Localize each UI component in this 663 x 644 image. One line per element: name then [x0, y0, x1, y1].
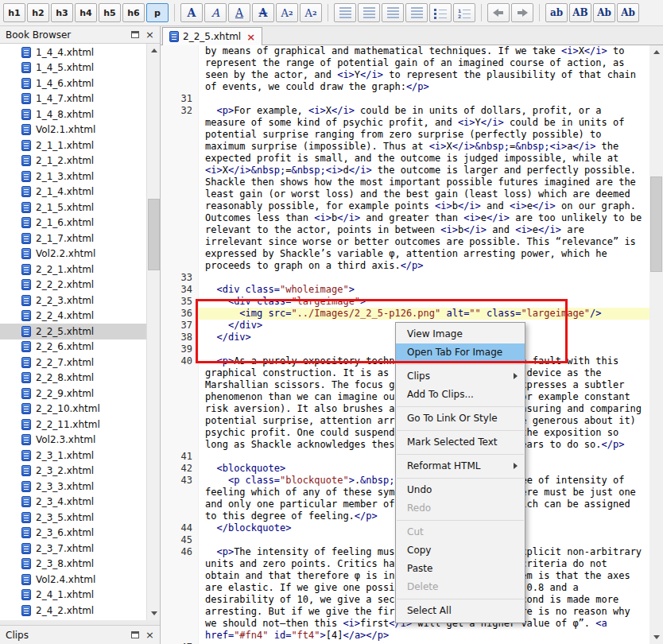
file-item[interactable]: 2_4_2.xhtml: [0, 603, 146, 619]
file-item[interactable]: 2_3_3.xhtml: [0, 479, 146, 495]
file-item[interactable]: 2_1_5.xhtml: [0, 200, 146, 215]
style-button-underline[interactable]: A: [228, 3, 250, 22]
file-item[interactable]: Vol2.1.xhtml: [0, 122, 146, 138]
menu-item-undo[interactable]: Undo: [396, 481, 525, 499]
file-item[interactable]: 2_1_6.xhtml: [0, 215, 146, 231]
sigil-window: h1h2h3h4h5h6p AAAAA2A2 abABAbAb Book Bro…: [0, 0, 663, 644]
align-justify-button[interactable]: [405, 3, 428, 22]
file-item[interactable]: 2_1_7.xhtml: [0, 231, 146, 246]
tab-close-icon[interactable]: ×: [246, 32, 255, 42]
file-item[interactable]: 2_1_3.xhtml: [0, 169, 146, 184]
style-button-strikethrough[interactable]: A: [252, 3, 274, 22]
file-item[interactable]: Vol2.2.xhtml: [0, 246, 146, 262]
sidebar-scrollbar[interactable]: [146, 44, 160, 620]
menu-item-select-all[interactable]: Select All: [396, 602, 525, 620]
tab-2-2-5-xhtml[interactable]: 2_2_5.xhtml ×: [162, 27, 262, 45]
file-item[interactable]: 2_3_7.xhtml: [0, 541, 146, 557]
uppercase-button[interactable]: AB: [569, 3, 591, 22]
heading-button-h6[interactable]: h6: [122, 3, 145, 22]
file-item[interactable]: 2_1_1.xhtml: [0, 138, 146, 153]
heading-button-h5[interactable]: h5: [99, 3, 121, 22]
file-item[interactable]: 2_3_5.xhtml: [0, 510, 146, 526]
align-right-button[interactable]: [382, 3, 404, 22]
heading-button-h3[interactable]: h3: [51, 3, 73, 22]
close-panel-icon[interactable]: ×: [145, 630, 154, 640]
file-item[interactable]: 2_2_4.xhtml: [0, 308, 146, 324]
menu-item-view-image[interactable]: View Image: [396, 325, 525, 343]
file-item[interactable]: 2_3_2.xhtml: [0, 464, 146, 479]
code-line[interactable]: 34 <div class="wholeimage">: [161, 284, 649, 296]
scrollbar-thumb[interactable]: [148, 199, 160, 270]
file-item[interactable]: 1_4_7.xhtml: [0, 91, 146, 107]
code-line[interactable]: 32 <p>For example, <i>X</i> could be in …: [161, 105, 649, 272]
menu-item-cut[interactable]: Cut: [396, 523, 525, 541]
style-button-superscript[interactable]: A2: [300, 3, 322, 22]
menu-item-open-tab-for-image[interactable]: Open Tab For Image: [396, 343, 525, 362]
numbered-list-button[interactable]: [453, 3, 475, 22]
file-item[interactable]: 2_2_8.xhtml: [0, 370, 146, 386]
menu-item-go-to-link-or-style[interactable]: Go To Link Or Style: [396, 409, 525, 428]
file-item[interactable]: 2_2_2.xhtml: [0, 277, 146, 293]
file-item[interactable]: Vol2.4.xhtml: [0, 572, 146, 588]
style-button-subscript[interactable]: A2: [276, 3, 298, 22]
menu-item-copy[interactable]: Copy: [396, 541, 525, 560]
editor-scrollbar[interactable]: [649, 45, 663, 644]
file-item[interactable]: 2_2_10.xhtml: [0, 402, 146, 417]
heading-button-p[interactable]: p: [146, 3, 169, 22]
menu-item-redo[interactable]: Redo: [396, 499, 525, 518]
code-line[interactable]: 31: [161, 93, 649, 105]
file-item[interactable]: 2_2_5.xhtml: [0, 324, 146, 339]
menu-item-paste[interactable]: Paste: [396, 560, 525, 578]
file-item[interactable]: 2_2_9.xhtml: [0, 386, 146, 402]
float-panel-icon[interactable]: [131, 631, 139, 638]
code-line[interactable]: 33: [161, 272, 649, 284]
style-button-bold[interactable]: A: [180, 3, 203, 22]
bullet-list-button[interactable]: [429, 3, 452, 22]
file-item[interactable]: 1_4_6.xhtml: [0, 76, 146, 91]
file-item[interactable]: 2_3_1.xhtml: [0, 448, 146, 464]
file-item[interactable]: 2_3_6.xhtml: [0, 526, 146, 541]
heading-button-h2[interactable]: h2: [27, 3, 49, 22]
file-item[interactable]: 2_4_1.xhtml: [0, 588, 146, 603]
arrow-right-button[interactable]: [511, 3, 533, 22]
arrow-left-button[interactable]: [487, 3, 510, 22]
menu-item-clips[interactable]: Clips: [396, 367, 525, 386]
titlecase-button[interactable]: Ab: [617, 3, 639, 22]
xhtml-file-icon: [21, 155, 31, 166]
align-left-button[interactable]: [334, 3, 356, 22]
file-item[interactable]: 2_2_6.xhtml: [0, 339, 146, 355]
scrollbar-thumb[interactable]: [650, 177, 662, 272]
file-item[interactable]: 1_4_4.xhtml: [0, 45, 146, 60]
file-item[interactable]: 2_1_2.xhtml: [0, 153, 146, 169]
file-item[interactable]: 2_1_4.xhtml: [0, 184, 146, 200]
float-panel-icon[interactable]: [131, 31, 139, 38]
file-item[interactable]: 2_2_7.xhtml: [0, 355, 146, 370]
scroll-up-button[interactable]: [147, 44, 160, 57]
file-item[interactable]: 2_3_8.xhtml: [0, 557, 146, 572]
file-item[interactable]: 1_4_5.xhtml: [0, 60, 146, 76]
style-button-italic[interactable]: A: [204, 3, 227, 22]
menu-item-delete[interactable]: Delete: [396, 578, 525, 596]
heading-button-h4[interactable]: h4: [75, 3, 97, 22]
scroll-down-button[interactable]: [649, 630, 663, 644]
file-item[interactable]: 1_4_8.xhtml: [0, 107, 146, 122]
code-line[interactable]: 36 <img src="../Images/2_2_5-p126.png" a…: [161, 308, 649, 320]
heading-button-h1[interactable]: h1: [3, 3, 25, 22]
menu-item-add-to-clips[interactable]: Add To Clips...: [396, 386, 525, 404]
file-item[interactable]: 2_3_4.xhtml: [0, 495, 146, 510]
xhtml-file-icon: [21, 93, 31, 104]
scroll-down-button[interactable]: [147, 607, 160, 620]
align-center-button[interactable]: [358, 3, 380, 22]
file-item[interactable]: 2_2_1.xhtml: [0, 262, 146, 277]
menu-item-mark-selected-text[interactable]: Mark Selected Text: [396, 433, 525, 452]
code-line[interactable]: 35 <div class="largeimage">: [161, 296, 649, 308]
capitalize-button[interactable]: Ab: [593, 3, 615, 22]
code-line[interactable]: by means of graphical and mathematical t…: [161, 45, 649, 93]
lowercase-button[interactable]: ab: [545, 3, 568, 22]
file-item[interactable]: 2_2_3.xhtml: [0, 293, 146, 308]
close-panel-icon[interactable]: ×: [145, 29, 154, 40]
file-item[interactable]: 2_2_11.xhtml: [0, 417, 146, 433]
scroll-up-button[interactable]: [649, 45, 663, 59]
menu-item-reformat-html[interactable]: Reformat HTML: [396, 457, 525, 475]
file-item[interactable]: Vol2.3.xhtml: [0, 433, 146, 448]
